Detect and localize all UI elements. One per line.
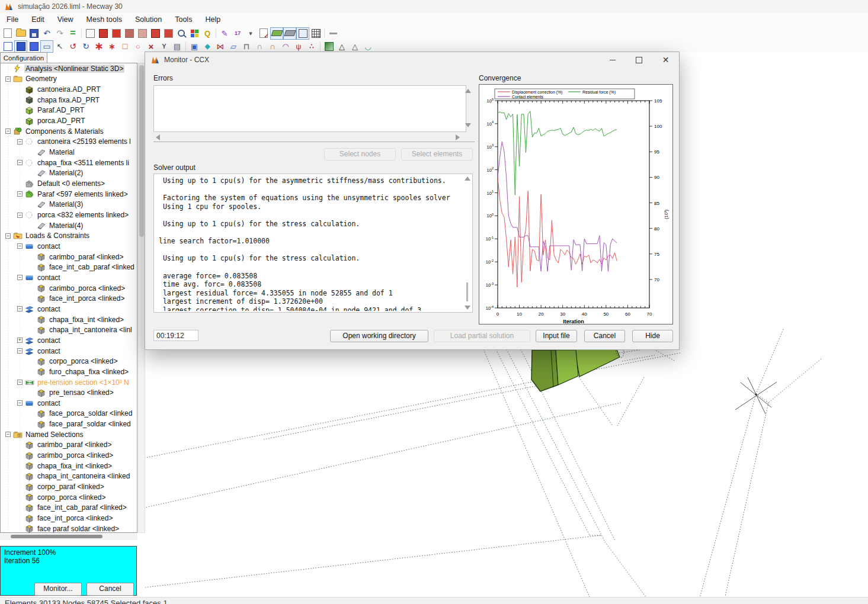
undo-icon[interactable]: ↶ bbox=[41, 28, 53, 39]
tree-item-label[interactable]: chapa fixa.AD_PRT bbox=[36, 96, 101, 104]
errors-scroll-left-icon[interactable] bbox=[156, 134, 160, 140]
tree-row[interactable]: corpo_paraf <linked> bbox=[1, 481, 137, 492]
new-file-icon[interactable] bbox=[2, 28, 14, 39]
dots-icon[interactable]: ∴ bbox=[306, 41, 318, 52]
tree-item-label[interactable]: Named Selections bbox=[24, 430, 84, 439]
collapse-icon[interactable]: − bbox=[17, 139, 23, 144]
tree-row[interactable]: carimbo_porca <linked> bbox=[1, 283, 137, 294]
tree-row[interactable]: Material(4) bbox=[1, 220, 137, 231]
tree-row[interactable]: face_paraf_soldar <linked bbox=[1, 419, 137, 429]
equals-icon[interactable]: = bbox=[67, 28, 79, 39]
tree-row[interactable]: face_int_cab_paraf <linked bbox=[1, 262, 137, 272]
tree-item-label[interactable]: corpo_porca <linked> bbox=[36, 493, 107, 502]
menu-item-mesh-tools[interactable]: Mesh tools bbox=[80, 14, 129, 25]
tree-item-label[interactable]: contact bbox=[36, 336, 62, 345]
pointer-icon[interactable]: ↖ bbox=[54, 41, 66, 52]
errors-scroll-right-icon[interactable] bbox=[456, 134, 460, 140]
load-partial-solution-button[interactable]: Load partial solution bbox=[434, 330, 530, 342]
select-nodes-button[interactable]: Select nodes bbox=[324, 148, 396, 160]
red-cube-faces-icon[interactable] bbox=[110, 28, 122, 39]
collapse-icon[interactable]: − bbox=[17, 348, 23, 354]
minimize-icon[interactable] bbox=[599, 52, 626, 68]
errors-scroll-down-icon[interactable] bbox=[465, 123, 471, 127]
redo-icon[interactable]: ↷ bbox=[54, 28, 66, 39]
triangle-icon[interactable]: △ bbox=[349, 41, 361, 52]
tree-item-label[interactable]: Material(2) bbox=[48, 169, 84, 177]
numbered-sketch-icon[interactable]: 17 bbox=[232, 28, 244, 39]
tree-row[interactable]: Default <0 elements> bbox=[1, 178, 137, 189]
solver-scroll-down-icon[interactable] bbox=[465, 306, 470, 310]
tree-row[interactable]: −pre-tension section <1×10³ N bbox=[1, 377, 137, 388]
smile-curve-icon[interactable]: ◡ bbox=[362, 41, 374, 52]
dropdown-arrow-icon[interactable]: ▾ bbox=[245, 28, 257, 39]
tree-item-label[interactable]: Analysis <Nonlinear Static 3D> bbox=[24, 65, 124, 73]
tree-item-label[interactable]: pre-tension section <1×10³ N bbox=[36, 378, 130, 387]
tree-row[interactable]: −Geometry bbox=[1, 74, 137, 85]
hide-button[interactable]: Hide bbox=[632, 330, 673, 342]
tree-row[interactable]: carimbo_paraf <linked> bbox=[1, 252, 137, 262]
arch-orange-icon[interactable]: ∩ bbox=[267, 41, 278, 52]
save-icon[interactable] bbox=[28, 28, 40, 39]
red-cube-open-icon[interactable] bbox=[162, 28, 174, 39]
gray-view-icon[interactable] bbox=[284, 28, 296, 39]
tree-item-label[interactable]: Paraf <597 elements linked> bbox=[36, 190, 129, 198]
tree-item-label[interactable]: face_int_cab_paraf <linked> bbox=[36, 503, 128, 512]
close-icon[interactable]: ✕ bbox=[652, 52, 679, 68]
mirror-icon[interactable]: ⋈ bbox=[214, 41, 226, 52]
collapse-icon[interactable]: − bbox=[5, 128, 11, 134]
tree-row[interactable]: −Paraf <597 elements linked> bbox=[1, 189, 137, 200]
skate-icon[interactable]: ✎ bbox=[219, 28, 230, 39]
solver-scroll-up-icon[interactable] bbox=[465, 176, 470, 181]
move-face-icon[interactable]: ▱ bbox=[228, 41, 239, 52]
menu-item-view[interactable]: View bbox=[51, 14, 80, 25]
orbit-blue-icon[interactable]: ↻ bbox=[80, 41, 92, 52]
tree-item-label[interactable]: Material(3) bbox=[48, 200, 84, 208]
tree-row[interactable]: −Components & Materials bbox=[1, 126, 137, 137]
tree-row[interactable]: face_int_cab_paraf <linked> bbox=[1, 503, 137, 513]
maximize-icon[interactable] bbox=[626, 52, 652, 68]
list-log-icon[interactable]: ▤ bbox=[171, 41, 183, 52]
collapse-icon[interactable]: − bbox=[17, 191, 23, 197]
input-file-button[interactable]: Input file bbox=[536, 330, 577, 342]
tree-row[interactable]: −contact bbox=[1, 272, 137, 283]
tree-item-label[interactable]: chapa_fixa_int <linked> bbox=[36, 462, 113, 470]
tree-row[interactable]: −Named Selections bbox=[1, 429, 137, 440]
tree-item-label[interactable]: face_int_porca <linked> bbox=[36, 514, 114, 522]
tree-row[interactable]: −Loads & Constraints bbox=[1, 231, 137, 242]
tree-item-label[interactable]: porca <832 elements linked> bbox=[36, 211, 130, 219]
faucet-icon[interactable]: ⊓ bbox=[241, 41, 252, 52]
tree-item-label[interactable]: face_int_cab_paraf <linked bbox=[48, 263, 136, 271]
red-rect-icon[interactable]: □ bbox=[119, 41, 131, 52]
collapse-icon[interactable]: − bbox=[17, 213, 23, 218]
tree-row[interactable]: chapa_fixa_int <linked> bbox=[1, 461, 137, 471]
tree-row[interactable]: porca.AD_PRT bbox=[1, 115, 137, 126]
tree-item-label[interactable]: Paraf.AD_PRT bbox=[36, 106, 85, 114]
tree-item-label[interactable]: carimbo_paraf <linked> bbox=[48, 253, 124, 261]
menu-item-edit[interactable]: Edit bbox=[25, 14, 51, 25]
select-elements-button[interactable]: Select elements bbox=[401, 148, 473, 160]
tree-row[interactable]: carimbo_porca <linked> bbox=[1, 450, 137, 461]
tree-item-label[interactable]: cantoneira.AD_PRT bbox=[36, 85, 102, 94]
tree-item-label[interactable]: pre_tensao <linked> bbox=[48, 388, 115, 397]
errors-box[interactable] bbox=[153, 85, 466, 132]
blue-cube-icon[interactable] bbox=[28, 41, 40, 52]
cancel-button[interactable]: Cancel bbox=[584, 330, 625, 342]
red-cube-mesh-icon[interactable] bbox=[149, 28, 161, 39]
tree-row[interactable]: face paraf soldar <linked> bbox=[1, 523, 137, 533]
tree-item-label[interactable]: Components & Materials bbox=[24, 127, 104, 136]
tree-item-label[interactable]: chapa_fixa <3511 elements li bbox=[36, 159, 130, 167]
tree-item-label[interactable]: face_porca_soldar <linked bbox=[48, 409, 133, 417]
color-squares-icon[interactable] bbox=[188, 28, 200, 39]
solver-scrollbar-thumb[interactable] bbox=[466, 282, 468, 301]
tree-row[interactable]: −cantoneira <25193 elements l bbox=[1, 137, 137, 147]
tab-configuration[interactable]: Configuration bbox=[0, 52, 47, 63]
tree-item-label[interactable]: Geometry bbox=[24, 75, 58, 83]
tree-item-label[interactable]: Material bbox=[48, 148, 76, 156]
progress-cancel-button[interactable]: Cancel bbox=[87, 583, 134, 596]
tree-row[interactable]: pre_tensao <linked> bbox=[1, 387, 137, 398]
shaded-triangle-icon[interactable] bbox=[323, 41, 335, 52]
rect-select-icon[interactable]: ▭ bbox=[41, 41, 53, 52]
collapse-icon[interactable]: − bbox=[17, 306, 23, 311]
tree-item-label[interactable]: furo_chapa_fixa <linked> bbox=[48, 368, 130, 376]
tree-row[interactable]: carimbo_paraf <linked> bbox=[1, 440, 137, 451]
